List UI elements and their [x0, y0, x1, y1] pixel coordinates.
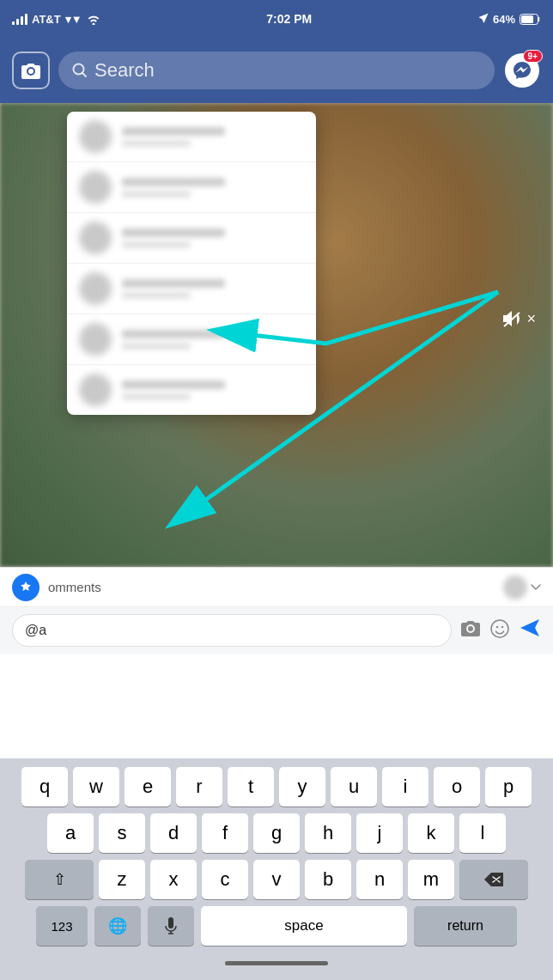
key-i[interactable]: i — [382, 767, 428, 807]
shift-key[interactable]: ⇧ — [25, 860, 94, 899]
send-button[interactable] — [519, 618, 541, 642]
home-bar — [225, 961, 328, 965]
status-bar: AT&T ▾▼ 7:02 PM 64% — [0, 0, 553, 38]
mention-subtitle — [122, 292, 191, 299]
globe-key[interactable]: 🌐 — [94, 906, 141, 946]
mention-subtitle — [122, 393, 191, 400]
mention-name — [122, 380, 225, 389]
muted-x: × — [526, 310, 536, 328]
key-n[interactable]: n — [356, 860, 403, 899]
keyboard: q w e r t y u i o p a s d f g h j k l ⇧ … — [0, 758, 553, 980]
key-t[interactable]: t — [228, 767, 274, 807]
search-icon — [72, 63, 88, 78]
avatar — [79, 171, 112, 204]
svg-rect-1 — [521, 15, 533, 23]
svg-rect-9 — [168, 917, 173, 928]
comments-count: omments — [48, 580, 503, 594]
svg-point-6 — [491, 620, 508, 637]
return-key[interactable]: return — [414, 906, 517, 946]
keyboard-row-1: q w e r t y u i o p — [3, 767, 550, 807]
comment-section: omments @a — [0, 567, 553, 654]
list-item[interactable] — [67, 162, 316, 213]
status-time: 7:02 PM — [266, 12, 312, 26]
mention-subtitle — [122, 191, 191, 198]
mention-name — [122, 228, 225, 237]
key-g[interactable]: g — [253, 813, 300, 853]
microphone-key[interactable] — [148, 906, 194, 946]
sort-button[interactable] — [503, 575, 541, 600]
comment-input-bar: @a — [0, 607, 553, 654]
list-item[interactable] — [67, 112, 316, 162]
key-o[interactable]: o — [434, 767, 480, 807]
key-k[interactable]: k — [408, 813, 454, 853]
chevron-down-icon — [531, 584, 541, 591]
avatar — [79, 272, 112, 305]
key-v[interactable]: v — [253, 860, 300, 899]
key-r[interactable]: r — [176, 767, 222, 807]
key-x[interactable]: x — [150, 860, 197, 899]
like-button[interactable] — [12, 574, 40, 601]
mention-popup[interactable] — [67, 112, 316, 415]
keyboard-row-4: 123 🌐 space return — [3, 906, 550, 946]
key-j[interactable]: j — [356, 813, 403, 853]
list-item[interactable] — [67, 314, 316, 365]
list-item[interactable] — [67, 264, 316, 314]
space-key[interactable]: space — [201, 906, 407, 946]
battery-percent: 64% — [493, 13, 515, 26]
avatar — [79, 323, 112, 356]
backspace-key[interactable] — [459, 860, 528, 899]
key-l[interactable]: l — [459, 813, 506, 853]
key-y[interactable]: y — [279, 767, 325, 807]
comments-bar: omments — [0, 568, 553, 607]
key-z[interactable]: z — [99, 860, 145, 899]
content-area: × — [0, 103, 553, 567]
camera-button[interactable] — [12, 52, 50, 89]
mention-name — [122, 330, 225, 338]
signal-icon — [12, 13, 27, 25]
key-m[interactable]: m — [408, 860, 454, 899]
emoji-button[interactable] — [489, 618, 510, 643]
mention-name — [122, 178, 225, 186]
key-q[interactable]: q — [21, 767, 68, 807]
key-h[interactable]: h — [305, 813, 351, 853]
list-item[interactable] — [67, 213, 316, 264]
avatar — [79, 374, 112, 406]
messenger-button[interactable]: 9+ — [503, 52, 541, 89]
key-s[interactable]: s — [99, 813, 145, 853]
svg-point-8 — [501, 625, 503, 627]
camera-icon — [21, 62, 41, 79]
key-w[interactable]: w — [73, 767, 119, 807]
mention-subtitle — [122, 343, 191, 350]
notification-badge: 9+ — [523, 50, 543, 63]
carrier-label: AT&T — [32, 13, 61, 26]
key-a[interactable]: a — [47, 813, 94, 853]
key-u[interactable]: u — [331, 767, 377, 807]
nav-bar: Search 9+ — [0, 38, 553, 103]
key-e[interactable]: e — [125, 767, 171, 807]
home-bar-area — [3, 953, 550, 977]
wifi-icon: ▾▼ — [65, 13, 82, 26]
numbers-key[interactable]: 123 — [36, 906, 88, 946]
avatar — [79, 222, 112, 254]
battery-icon — [520, 14, 541, 25]
mention-name — [122, 127, 225, 136]
key-d[interactable]: d — [150, 813, 197, 853]
sound-muted-icon[interactable]: × — [501, 309, 536, 328]
search-placeholder: Search — [94, 59, 155, 82]
key-b[interactable]: b — [305, 860, 351, 899]
key-c[interactable]: c — [202, 860, 248, 899]
list-item[interactable] — [67, 365, 316, 415]
avatar — [79, 120, 112, 153]
search-bar[interactable]: Search — [58, 52, 495, 89]
key-p[interactable]: p — [485, 767, 532, 807]
photo-button[interactable] — [460, 619, 481, 642]
keyboard-row-3: ⇧ z x c v b n m — [3, 860, 550, 899]
svg-point-7 — [496, 625, 498, 627]
mention-subtitle — [122, 140, 191, 147]
key-f[interactable]: f — [202, 813, 248, 853]
mention-name — [122, 279, 225, 288]
location-icon — [478, 13, 489, 25]
wifi-icon — [87, 14, 100, 25]
comment-input[interactable]: @a — [12, 614, 452, 647]
mention-subtitle — [122, 241, 191, 248]
